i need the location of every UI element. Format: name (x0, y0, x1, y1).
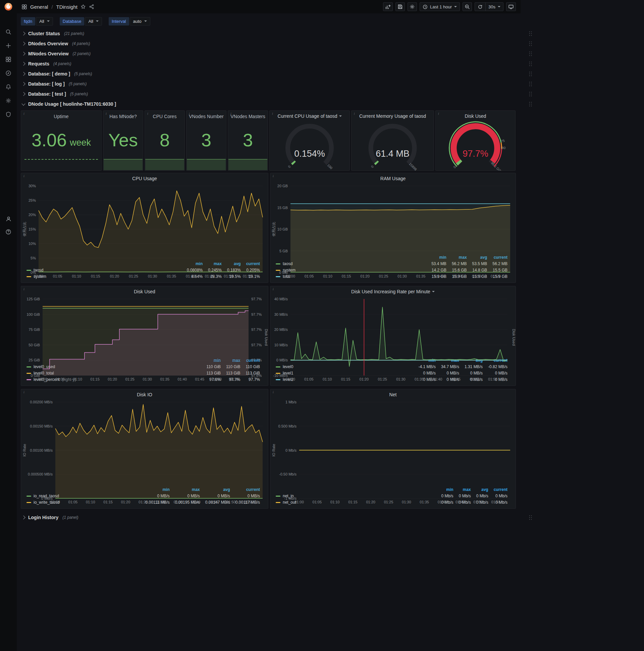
dashboard-grid-icon[interactable] (22, 4, 27, 10)
stat-value: Yes (103, 121, 143, 159)
chevron-right-icon (22, 52, 25, 55)
chart-diskrate[interactable]: 40 MB/s30 MB/s20 MB/s10 MB/s0 MB/s-10 MB… (270, 296, 516, 382)
svg-text:97.6%: 97.6% (251, 373, 262, 377)
variable-value-dropdown[interactable]: All (85, 17, 102, 26)
row-drag-handle[interactable] (528, 41, 532, 47)
row-drag-handle[interactable] (528, 71, 532, 77)
row-toggle[interactable]: Database: [ log ](5 panels) (22, 81, 87, 87)
dashboard-settings-button[interactable] (408, 2, 417, 11)
dashboards-icon[interactable] (5, 56, 12, 63)
panel-info-icon[interactable]: i (106, 112, 107, 116)
panel-title[interactable]: CPU Cores (145, 114, 185, 119)
save-dashboard-button[interactable] (395, 2, 405, 11)
add-panel-button[interactable] (383, 2, 393, 11)
panel-info-icon[interactable]: i (24, 390, 25, 394)
chart-plot-area[interactable]: 20 GB15 GB10 GB5 GB0 MB01:0001:0501:1001… (270, 183, 516, 254)
breadcrumb-folder[interactable]: General (30, 4, 48, 10)
row-drag-handle[interactable] (528, 61, 532, 67)
variable-value-dropdown[interactable]: All (36, 17, 53, 26)
panel-info-icon[interactable]: i (24, 174, 25, 178)
star-icon[interactable] (80, 4, 86, 9)
row-drag-handle[interactable] (528, 31, 532, 37)
panel-title[interactable]: Uptime (21, 114, 101, 119)
user-avatar-icon[interactable] (5, 215, 12, 222)
row-drag-handle[interactable] (528, 91, 532, 97)
svg-text:25 GiB: 25 GiB (29, 358, 40, 362)
grafana-logo[interactable] (4, 2, 13, 11)
chart-net[interactable]: 1 Mb/s0.500 Mb/s0 Mb/s-0.50 Mb/s-1 Mb/s0… (270, 399, 516, 505)
svg-text:01:10: 01:10 (86, 500, 95, 504)
panel-info-icon[interactable]: i (24, 112, 25, 116)
panel-title[interactable]: Net (389, 392, 397, 397)
panel-title[interactable]: Disk Used (134, 289, 155, 294)
svg-text:01:20: 01:20 (110, 274, 120, 278)
refresh-picker[interactable]: 30s (475, 2, 504, 11)
row-toggle[interactable]: Login History(1 panel) (22, 515, 78, 520)
chart-cpu[interactable]: 30%25%20%15%10%5%0%01:0001:0501:1001:150… (21, 183, 268, 279)
chevron-down-icon (96, 21, 99, 22)
panel-title[interactable]: Current Memory Usage of taosd (359, 114, 426, 119)
share-icon[interactable] (89, 4, 94, 9)
panel-info-icon[interactable]: i (273, 287, 274, 291)
cycle-view-button[interactable] (506, 2, 516, 11)
panel-title[interactable]: CPU Usage (132, 176, 157, 181)
time-range-picker[interactable]: Last 1 hour (420, 2, 460, 11)
svg-text:100: 100 (327, 163, 333, 170)
panel-info-icon[interactable]: i (147, 112, 148, 116)
breadcrumb-dashboard[interactable]: TDinsight (56, 4, 77, 10)
panel-info-icon[interactable]: i (273, 174, 274, 178)
chart-plot-area[interactable]: 30%25%20%15%10%5%0%01:0001:0501:1001:150… (21, 183, 268, 260)
panel-info-icon[interactable]: i (273, 390, 274, 394)
search-icon[interactable] (5, 28, 12, 36)
svg-text:97.7%: 97.7% (251, 312, 262, 316)
panel-title[interactable]: Current CPU Usage of taosd (278, 114, 337, 119)
panel-info-icon[interactable]: i (272, 112, 273, 116)
panel-info-icon[interactable]: i (189, 112, 190, 116)
explore-compass-icon[interactable] (5, 69, 12, 77)
chart-plot-area[interactable]: 0.00200 MB/s0.00150 MB/s0.00100 MB/s0.00… (21, 399, 268, 486)
row-toggle[interactable]: Database: [ test ](5 panels) (22, 91, 88, 97)
stat-number: 8 (160, 129, 170, 150)
panel-info-icon[interactable]: i (354, 112, 355, 116)
panel-title[interactable]: Disk Used Increasing Rate per Minute (351, 289, 430, 294)
panel-title[interactable]: VNodes Masters (228, 114, 268, 119)
zoom-out-button[interactable] (462, 2, 472, 11)
help-icon[interactable] (5, 228, 12, 236)
alerting-bell-icon[interactable] (5, 83, 12, 91)
row-drag-handle[interactable] (528, 51, 532, 57)
panel-info-icon[interactable]: i (438, 112, 439, 116)
panel-title[interactable]: Disk Used (465, 114, 486, 119)
row-drag-handle[interactable] (528, 515, 532, 521)
panel-title[interactable]: Has MNode? (103, 114, 143, 119)
chart-plot-area[interactable]: 125 GiB97.7%100 GiB97.7%75 GiB97.7%50 Gi… (21, 296, 268, 357)
configuration-g-icon[interactable] (5, 97, 12, 104)
panel-title[interactable]: VNodes Number (187, 114, 226, 119)
variable-interval: Intervalauto (109, 17, 150, 26)
row-toggle[interactable]: DNode Usage [ huolinhe-TM1701:6030 ] (22, 101, 116, 107)
panel-title[interactable]: RAM Usage (380, 176, 406, 181)
svg-text:0.00200 MB/s: 0.00200 MB/s (30, 400, 53, 404)
chart-diskio[interactable]: 0.00200 MB/s0.00150 MB/s0.00100 MB/s0.00… (21, 399, 268, 505)
chart-plot-area[interactable]: 40 MB/s30 MB/s20 MB/s10 MB/s0 MB/s-10 MB… (270, 296, 516, 357)
chart-ram[interactable]: 20 GB15 GB10 GB5 GB0 MB01:0001:0501:1001… (270, 183, 516, 279)
svg-text:01:55: 01:55 (243, 274, 252, 278)
chart-plot-area[interactable]: 1 Mb/s0.500 Mb/s0 Mb/s-0.50 Mb/s-1 Mb/s0… (270, 399, 516, 486)
row-toggle[interactable]: MNodes Overview(2 panels) (22, 51, 91, 56)
row-toggle[interactable]: DNodes Overview(4 panels) (22, 41, 90, 46)
shield-icon[interactable] (5, 111, 12, 118)
variable-value-dropdown[interactable]: auto (130, 17, 150, 26)
breadcrumb: General / TDinsight (22, 4, 94, 10)
row-drag-handle[interactable] (528, 81, 532, 87)
panel-info-icon[interactable]: i (230, 112, 231, 116)
panel-info-icon[interactable]: i (24, 287, 25, 291)
gauge-svg: 01589861.4 MB (352, 120, 434, 170)
row-drag-handle[interactable] (528, 101, 532, 107)
row-toggle[interactable]: Cluster Status(21 panels) (22, 31, 84, 36)
panel-title[interactable]: Disk IO (137, 392, 152, 397)
chart-disk[interactable]: 125 GiB97.7%100 GiB97.7%75 GiB97.7%50 Gi… (21, 296, 268, 382)
panel-header: Disk Used (21, 287, 268, 296)
svg-text:01:40: 01:40 (433, 377, 443, 381)
row-toggle[interactable]: Requests(4 panels) (22, 61, 71, 66)
add-icon[interactable] (5, 42, 12, 49)
row-toggle[interactable]: Database: [ demo ](5 panels) (22, 71, 92, 76)
